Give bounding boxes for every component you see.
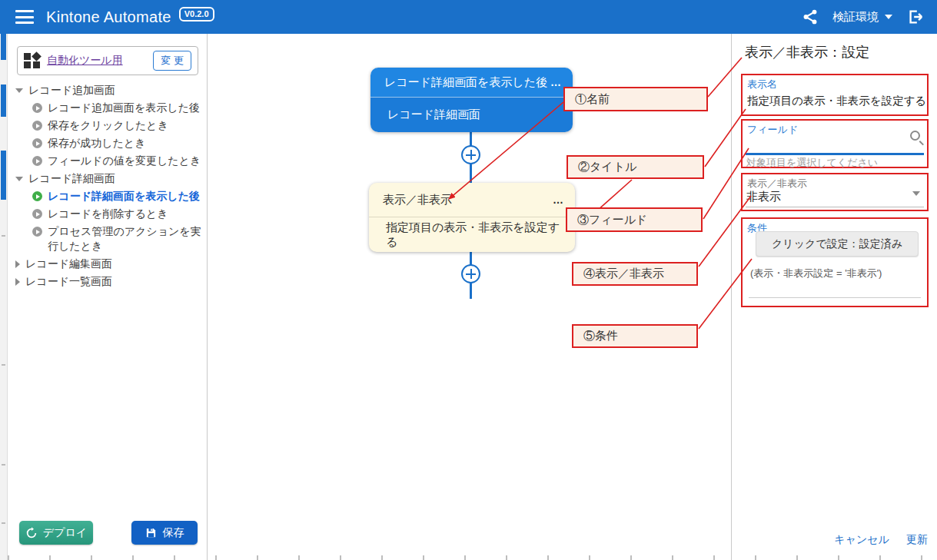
divider	[749, 297, 921, 298]
environment-dropdown[interactable]: 検証環境	[832, 10, 892, 25]
tree-group-record-list[interactable]: レコード一覧画面	[11, 273, 204, 290]
caret-right-icon	[15, 278, 20, 286]
trigger-node-subtitle: レコード詳細画面	[387, 108, 480, 122]
trigger-node[interactable]: レコード詳細画面を表示した後 … レコード詳細画面	[370, 68, 573, 132]
display-name-field[interactable]: 表示名 指定項目の表示・非表示を設定する	[741, 74, 929, 116]
tree-item-save-success[interactable]: 保存が成功したとき	[11, 134, 204, 152]
select-caret-icon	[912, 191, 920, 196]
display-name-value[interactable]: 指定項目の表示・非表示を設定する	[747, 94, 926, 108]
caret-down-icon	[885, 15, 892, 19]
sidebar: 自動化ツール用 変 更 レコード追加画面 レコード追加画面を表示した後 保存をク…	[8, 34, 208, 560]
annotation-title: ②タイトル	[567, 155, 704, 179]
action-node-title: 表示／非表示	[383, 193, 452, 207]
bottom-ruler	[8, 555, 937, 560]
app-title: Kintone Automate	[46, 8, 171, 26]
version-badge: V0.2.0	[179, 7, 214, 22]
play-icon	[32, 156, 42, 166]
refresh-icon	[25, 527, 38, 539]
deploy-button[interactable]: デプロイ	[19, 521, 93, 545]
caret-right-icon	[15, 260, 20, 268]
action-node-subtitle: 指定項目の表示・非表示を設定する	[386, 220, 564, 250]
floppy-icon	[145, 527, 157, 538]
play-icon	[32, 121, 42, 131]
annotation-visibility: ④表示／非表示	[572, 262, 698, 286]
panel-title: 表示／非表示：設定	[745, 43, 869, 61]
environment-label: 検証環境	[832, 10, 879, 25]
trigger-node-title: レコード詳細画面を表示した後	[384, 75, 547, 90]
tree-item-field-change[interactable]: フィールドの値を変更したとき	[11, 152, 204, 170]
tree-item-save-click[interactable]: 保存をクリックしたとき	[11, 117, 204, 134]
visibility-select[interactable]: 表示／非表示 非表示	[741, 173, 929, 211]
add-step-button[interactable]	[461, 264, 480, 283]
tree-item-record-delete[interactable]: レコードを削除するとき	[11, 205, 204, 223]
tree-group-record-detail[interactable]: レコード詳細画面	[11, 170, 204, 187]
change-app-button[interactable]: 変 更	[153, 51, 191, 71]
cancel-button[interactable]: キャンセル	[834, 533, 889, 547]
annotation-condition: ⑤条件	[572, 324, 698, 348]
left-scroll-strip[interactable]	[0, 34, 8, 560]
annotation-name: ①名前	[563, 87, 708, 111]
app-name-link[interactable]: 自動化ツール用	[47, 54, 123, 68]
annotation-field: ③フィールド	[566, 207, 703, 232]
event-tree: レコード追加画面 レコード追加画面を表示した後 保存をクリックしたとき 保存が成…	[11, 81, 204, 290]
tree-group-record-add[interactable]: レコード追加画面	[11, 81, 204, 99]
logout-icon[interactable]	[906, 8, 925, 25]
hamburger-menu-icon[interactable]	[15, 10, 34, 24]
action-node[interactable]: 表示／非表示 … 指定項目の表示・非表示を設定する	[369, 183, 575, 252]
caret-down-icon	[15, 177, 23, 181]
app-window: Kintone Automate V0.2.0 検証環境 自動化ツール用	[0, 0, 937, 560]
field-input-underline	[746, 153, 924, 155]
visibility-label: 表示／非表示	[747, 177, 807, 191]
condition-field: 条件 クリックで設定：設定済み (表示・非表示設定 = '非表示')	[741, 217, 929, 307]
visibility-value: 非表示	[746, 190, 781, 204]
more-menu-icon[interactable]: …	[550, 76, 562, 88]
top-app-bar: Kintone Automate V0.2.0 検証環境	[0, 0, 937, 34]
tree-item-detail-shown[interactable]: レコード詳細画面を表示した後	[11, 187, 204, 205]
settings-panel: 表示／非表示：設定 表示名 指定項目の表示・非表示を設定する フィールド 対象項…	[731, 34, 937, 560]
tree-item-add-shown[interactable]: レコード追加画面を表示した後	[11, 99, 204, 117]
play-icon-active	[32, 191, 42, 201]
field-selector[interactable]: フィールド 対象項目を選択してください	[741, 119, 929, 168]
play-icon	[32, 227, 42, 237]
tree-item-process-action[interactable]: プロセス管理のアクションを実行したとき	[11, 223, 204, 255]
condition-set-button[interactable]: クリックで設定：設定済み	[756, 231, 919, 257]
update-button[interactable]: 更新	[906, 533, 928, 547]
caret-down-icon	[15, 88, 23, 93]
app-blocks-icon	[24, 52, 41, 69]
condition-expression: (表示・非表示設定 = '非表示')	[750, 267, 882, 280]
tree-group-record-edit[interactable]: レコード編集画面	[11, 255, 204, 273]
field-helper-text: 対象項目を選択してください	[746, 156, 878, 170]
search-icon[interactable]	[910, 131, 920, 141]
visibility-underline	[746, 207, 924, 207]
save-button[interactable]: 保存	[131, 521, 198, 545]
play-icon	[32, 103, 42, 113]
display-name-label: 表示名	[747, 78, 777, 91]
more-menu-icon[interactable]: …	[553, 194, 564, 206]
field-search-input[interactable]	[746, 134, 907, 151]
add-step-button[interactable]	[461, 145, 480, 164]
share-icon[interactable]	[802, 8, 819, 25]
app-selector-box: 自動化ツール用 変 更	[17, 46, 198, 75]
play-icon	[32, 138, 42, 148]
play-icon	[32, 209, 42, 219]
